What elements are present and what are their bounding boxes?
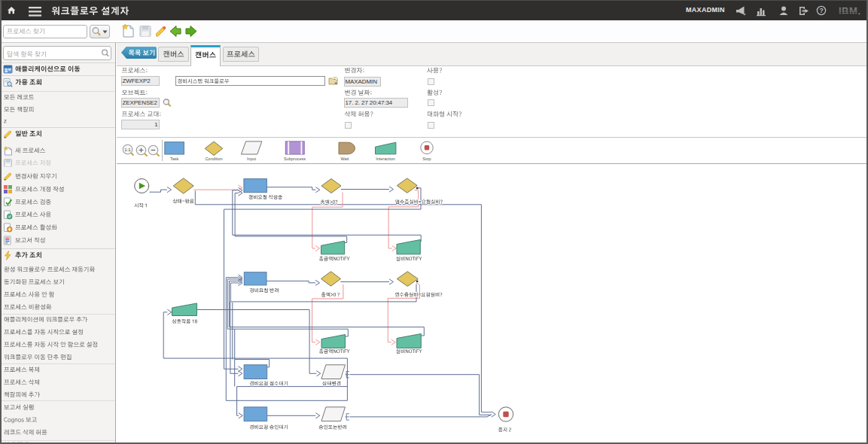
svg-text:1:1: 1:1 — [124, 147, 131, 152]
svg-text:Stop: Stop — [422, 157, 431, 161]
svg-text:Wait: Wait — [341, 157, 349, 161]
svg-text:Interaction: Interaction — [376, 157, 395, 161]
svg-text:Task: Task — [170, 157, 179, 161]
svg-text:Input: Input — [247, 157, 257, 161]
svg-text:Condition: Condition — [205, 157, 222, 161]
svg-text:IBM: IBM — [839, 6, 857, 16]
svg-text:?: ? — [819, 7, 823, 14]
svg-text:Subprocess: Subprocess — [284, 157, 306, 161]
